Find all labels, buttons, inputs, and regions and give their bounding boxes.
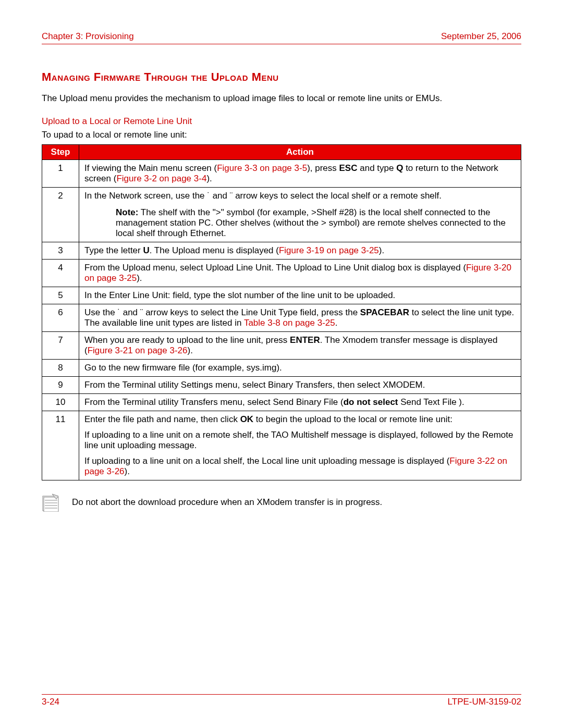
step-num: 9 <box>42 377 79 394</box>
step-action: If viewing the Main menu screen (Figure … <box>79 160 521 188</box>
figure-link[interactable]: Figure 3-19 on page 3-25 <box>279 245 379 255</box>
step-action: From the Terminal utility Transfers menu… <box>79 394 521 411</box>
section-intro: The Upload menu provides the mechanism t… <box>42 93 521 104</box>
step-num: 5 <box>42 287 79 304</box>
step-num: 11 <box>42 411 79 480</box>
step-num: 8 <box>42 360 79 377</box>
step-num: 2 <box>42 188 79 242</box>
col-action: Action <box>79 145 521 160</box>
section-title: Managing Firmware Through the Upload Men… <box>42 70 521 84</box>
figure-link[interactable]: Figure 3-2 on page 3-4 <box>116 174 206 183</box>
step-action: In the Enter Line Unit: field, type the … <box>79 287 521 304</box>
step-action: Type the letter U. The Upload menu is di… <box>79 242 521 260</box>
table-row: 5 In the Enter Line Unit: field, type th… <box>42 287 521 304</box>
figure-link[interactable]: Figure 3-3 on page 3-5 <box>217 163 307 173</box>
page: Chapter 3: Provisioning September 25, 20… <box>0 0 563 728</box>
step-num: 4 <box>42 260 79 287</box>
steps-table: Step Action 1 If viewing the Main menu s… <box>42 144 521 480</box>
note-text: Do not abort the download procedure when… <box>72 493 382 508</box>
step-action: In the Network screen, use the ˙ and ¨ a… <box>79 188 521 242</box>
step-action: Go to the new firmware file (for example… <box>79 360 521 377</box>
table-row: 4 From the Upload menu, select Upload Li… <box>42 260 521 287</box>
header-date: September 25, 2006 <box>441 31 521 42</box>
step-action: Use the ˙ and ¨ arrow keys to select the… <box>79 304 521 332</box>
figure-link[interactable]: Figure 3-21 on page 3-26 <box>88 346 188 355</box>
chapter-label: Chapter 3: Provisioning <box>42 31 134 42</box>
col-step: Step <box>42 145 79 160</box>
subsection-title: Upload to a Local or Remote Line Unit <box>42 116 521 127</box>
table-row: 1 If viewing the Main menu screen (Figur… <box>42 160 521 188</box>
table-link[interactable]: Table 3-8 on page 3-25 <box>244 318 335 328</box>
table-row: 10 From the Terminal utility Transfers m… <box>42 394 521 411</box>
subsection-intro: To upad to a local or remote line unit: <box>42 130 521 140</box>
note-callout: Do not abort the download procedure when… <box>42 493 521 512</box>
table-row: 11 Enter the file path and name, then cl… <box>42 411 521 480</box>
table-row: 8 Go to the new firmware file (for examp… <box>42 360 521 377</box>
step-num: 1 <box>42 160 79 188</box>
table-row: 3 Type the letter U. The Upload menu is … <box>42 242 521 260</box>
step-action: From the Terminal utility Settings menu,… <box>79 377 521 394</box>
step-num: 7 <box>42 332 79 360</box>
note-block: Note: The shelf with the ">" symbol (for… <box>84 207 516 239</box>
table-row: 6 Use the ˙ and ¨ arrow keys to select t… <box>42 304 521 332</box>
notepad-icon <box>42 493 59 512</box>
table-row: 7 When you are ready to upload to the li… <box>42 332 521 360</box>
doc-id: LTPE-UM-3159-02 <box>448 697 521 707</box>
page-footer: 3-24 LTPE-UM-3159-02 <box>42 694 521 707</box>
step-action: Enter the file path and name, then click… <box>79 411 521 480</box>
page-header: Chapter 3: Provisioning September 25, 20… <box>42 31 521 44</box>
table-row: 9 From the Terminal utility Settings men… <box>42 377 521 394</box>
step-action: From the Upload menu, select Upload Line… <box>79 260 521 287</box>
page-number: 3-24 <box>42 697 59 707</box>
step-num: 10 <box>42 394 79 411</box>
step-num: 3 <box>42 242 79 260</box>
step-num: 6 <box>42 304 79 332</box>
step-action: When you are ready to upload to the line… <box>79 332 521 360</box>
table-row: 2 In the Network screen, use the ˙ and ¨… <box>42 188 521 242</box>
